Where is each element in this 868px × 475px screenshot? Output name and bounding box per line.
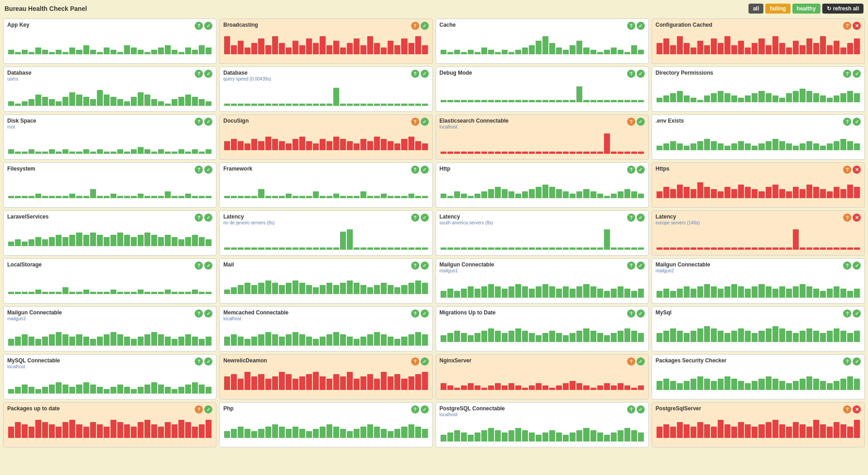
check-icon[interactable]: ✓: [421, 405, 429, 413]
question-icon[interactable]: ?: [195, 214, 203, 222]
bar: [265, 104, 271, 106]
check-icon[interactable]: ✓: [204, 118, 212, 126]
question-icon[interactable]: ?: [195, 357, 203, 366]
question-icon[interactable]: ?: [411, 261, 419, 270]
check-icon[interactable]: ✓: [853, 261, 861, 270]
check-icon[interactable]: ✓: [421, 70, 429, 78]
question-icon[interactable]: ?: [627, 357, 635, 366]
btn-all[interactable]: all: [748, 4, 763, 14]
question-icon[interactable]: ?: [627, 70, 635, 78]
check-icon[interactable]: ✓: [853, 309, 861, 318]
question-icon[interactable]: ?: [411, 166, 419, 174]
check-icon[interactable]: ✓: [421, 118, 429, 126]
bar: [758, 247, 764, 250]
x-icon[interactable]: ✕: [853, 166, 861, 174]
check-icon[interactable]: ✓: [421, 22, 429, 30]
bar: [522, 286, 528, 298]
check-icon[interactable]: ✓: [421, 309, 429, 318]
check-icon[interactable]: ✓: [204, 309, 212, 318]
question-icon[interactable]: ?: [411, 405, 419, 413]
question-icon[interactable]: ?: [627, 261, 635, 270]
bar: [35, 420, 41, 438]
bar: [806, 141, 812, 150]
bar: [745, 331, 751, 342]
question-icon[interactable]: ?: [627, 309, 635, 318]
question-icon[interactable]: ?: [843, 405, 851, 413]
question-icon[interactable]: ?: [627, 166, 635, 174]
question-icon[interactable]: ?: [843, 357, 851, 366]
question-icon[interactable]: ?: [843, 166, 851, 174]
check-icon[interactable]: ✓: [421, 166, 429, 174]
x-icon[interactable]: ✕: [853, 214, 861, 222]
question-icon[interactable]: ?: [195, 261, 203, 270]
question-icon[interactable]: ?: [843, 118, 851, 126]
check-icon[interactable]: ✓: [853, 357, 861, 366]
bar: [800, 189, 806, 198]
card-subtitle: mailgun2: [656, 268, 843, 273]
question-icon[interactable]: ?: [843, 214, 851, 222]
question-icon[interactable]: ?: [195, 118, 203, 126]
bar: [286, 429, 292, 438]
bar: [258, 38, 264, 54]
check-icon[interactable]: ✓: [637, 166, 645, 174]
check-icon[interactable]: ✓: [637, 405, 645, 413]
check-icon[interactable]: ✓: [204, 405, 212, 413]
bar: [718, 143, 724, 150]
check-icon[interactable]: ✓: [421, 357, 429, 366]
btn-failing[interactable]: failing: [765, 4, 790, 14]
question-icon[interactable]: ?: [843, 261, 851, 270]
check-icon[interactable]: ✓: [637, 261, 645, 270]
check-icon[interactable]: ✓: [637, 118, 645, 126]
card-chart: [656, 176, 861, 198]
question-icon[interactable]: ?: [411, 70, 419, 78]
question-icon[interactable]: ?: [411, 118, 419, 126]
check-icon[interactable]: ✓: [204, 214, 212, 222]
question-icon[interactable]: ?: [195, 70, 203, 78]
question-icon[interactable]: ?: [627, 22, 635, 30]
question-icon[interactable]: ?: [627, 405, 635, 413]
check-icon[interactable]: ✓: [853, 118, 861, 126]
bar: [97, 292, 103, 294]
bar: [178, 337, 184, 346]
check-icon[interactable]: ✓: [204, 70, 212, 78]
bar: [508, 152, 514, 154]
card-header: App Key?✓: [7, 22, 212, 30]
question-icon[interactable]: ?: [195, 405, 203, 413]
btn-healthy[interactable]: healthy: [792, 4, 820, 14]
check-icon[interactable]: ✓: [637, 70, 645, 78]
x-icon[interactable]: ✕: [853, 405, 861, 413]
question-icon[interactable]: ?: [195, 166, 203, 174]
question-icon[interactable]: ?: [411, 309, 419, 318]
check-icon[interactable]: ✓: [204, 261, 212, 270]
check-icon[interactable]: ✓: [421, 261, 429, 270]
check-icon[interactable]: ✓: [637, 22, 645, 30]
bar: [144, 233, 150, 246]
bar: [854, 38, 860, 54]
question-icon[interactable]: ?: [411, 22, 419, 30]
bar: [340, 48, 346, 54]
card-icons: ?✓: [843, 70, 861, 78]
check-icon[interactable]: ✓: [204, 166, 212, 174]
check-icon[interactable]: ✓: [637, 357, 645, 366]
check-icon[interactable]: ✓: [853, 70, 861, 78]
check-icon[interactable]: ✓: [637, 309, 645, 318]
check-icon[interactable]: ✓: [637, 214, 645, 222]
check-icon[interactable]: ✓: [204, 22, 212, 30]
check-icon[interactable]: ✓: [421, 214, 429, 222]
x-icon[interactable]: ✕: [853, 22, 861, 30]
btn-refresh[interactable]: ↻ refresh all: [822, 4, 863, 14]
bar: [631, 291, 637, 298]
question-icon[interactable]: ?: [195, 309, 203, 318]
question-icon[interactable]: ?: [627, 214, 635, 222]
question-icon[interactable]: ?: [627, 118, 635, 126]
check-icon[interactable]: ✓: [204, 357, 212, 366]
question-icon[interactable]: ?: [843, 70, 851, 78]
question-icon[interactable]: ?: [195, 22, 203, 30]
bar: [677, 185, 683, 198]
bar: [381, 48, 387, 54]
bar: [224, 141, 230, 150]
question-icon[interactable]: ?: [843, 22, 851, 30]
question-icon[interactable]: ?: [411, 357, 419, 366]
question-icon[interactable]: ?: [411, 214, 419, 222]
question-icon[interactable]: ?: [843, 309, 851, 318]
